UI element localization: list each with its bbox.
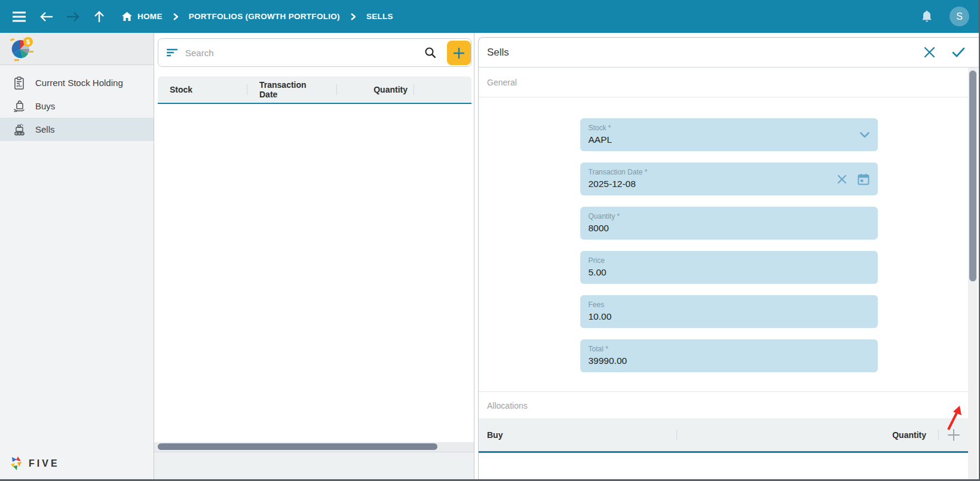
avatar-initial: S — [956, 11, 963, 22]
transaction-date-field-label: Transaction Date * — [589, 168, 869, 176]
detail-panel-area: Sells General Stock * AAPL — [474, 33, 979, 479]
hamburger-menu-icon[interactable] — [10, 7, 29, 26]
fees-field[interactable]: Fees 10.00 — [580, 295, 878, 328]
stock-field-value: AAPL — [589, 134, 869, 145]
add-record-button[interactable] — [447, 41, 471, 65]
vertical-scrollbar-thumb[interactable] — [969, 71, 976, 281]
sidebar-item-label: Current Stock Holding — [35, 78, 123, 88]
section-divider — [479, 391, 968, 392]
breadcrumb-sells-label: SELLS — [366, 12, 393, 21]
table-header-underline — [158, 103, 471, 104]
horizontal-scrollbar-thumb[interactable] — [158, 443, 437, 450]
add-allocation-button[interactable] — [939, 428, 968, 442]
allocations-table-header: Buy Quantity — [479, 418, 968, 451]
total-field[interactable]: Total * 39990.00 — [580, 339, 878, 372]
price-field[interactable]: Price 5.00 — [580, 251, 878, 284]
filter-icon[interactable] — [167, 48, 177, 57]
quantity-field-label: Quantity * — [589, 212, 869, 220]
register-coins-icon: $ $ $ — [12, 122, 26, 137]
column-header-stock[interactable]: Stock — [158, 85, 247, 94]
chevron-right-icon — [173, 13, 178, 20]
sells-form-card: Sells General Stock * AAPL — [478, 37, 979, 479]
detail-header: Sells — [479, 38, 979, 68]
breadcrumb-home-label: HOME — [137, 12, 163, 21]
search-input[interactable] — [185, 48, 424, 58]
pie-chart-logo-icon: $ — [10, 36, 35, 62]
sidebar-item-buys[interactable]: Buys — [0, 94, 154, 118]
allocations-column-quantity[interactable]: Quantity — [677, 430, 938, 440]
total-field-label: Total * — [589, 345, 869, 353]
fees-field-label: Fees — [589, 301, 869, 309]
close-icon[interactable] — [923, 46, 936, 59]
stock-field-label: Stock * — [589, 124, 869, 132]
price-field-label: Price — [589, 256, 869, 265]
column-divider — [414, 84, 414, 95]
save-check-icon[interactable] — [951, 46, 966, 59]
app-logo: $ — [0, 33, 154, 65]
clipboard-report-icon — [12, 76, 26, 90]
back-arrow-icon[interactable] — [37, 7, 56, 26]
column-header-quantity[interactable]: Quantity — [337, 85, 414, 94]
svg-text:$: $ — [26, 38, 30, 45]
breadcrumb-portfolios[interactable]: PORTFOLIOS (GROWTH PORTFOLIO) — [189, 12, 340, 21]
allocations-section-label: Allocations — [479, 401, 979, 410]
sidebar-item-label: Sells — [35, 124, 55, 134]
horizontal-scrollbar[interactable] — [154, 442, 474, 452]
top-bar: HOME PORTFOLIOS (GROWTH PORTFOLIO) SELLS… — [0, 0, 979, 33]
hand-bag-icon — [12, 99, 26, 114]
chevron-down-icon[interactable] — [860, 132, 869, 138]
list-table-header: Stock Transaction Date Quantity — [158, 76, 471, 103]
form-fields: Stock * AAPL Transaction Date * 2025-12-… — [580, 118, 878, 372]
column-header-transaction-date[interactable]: Transaction Date — [247, 80, 336, 99]
transaction-date-field[interactable]: Transaction Date * 2025-12-08 — [580, 163, 878, 195]
plus-icon — [453, 47, 465, 59]
allocations-column-buy[interactable]: Buy — [479, 430, 676, 440]
vertical-scrollbar[interactable] — [968, 68, 978, 479]
chevron-right-icon — [351, 13, 356, 20]
breadcrumb-portfolios-label: PORTFOLIOS (GROWTH PORTFOLIO) — [189, 12, 340, 21]
sidebar-item-label: Buys — [35, 101, 55, 111]
clear-date-icon[interactable] — [837, 174, 847, 184]
avatar[interactable]: S — [950, 7, 969, 26]
five-brand-text: FIVE — [29, 458, 60, 469]
general-section-label: General — [479, 68, 968, 97]
sidebar-menu: Current Stock Holding Buys $ $ $ Se — [0, 65, 154, 141]
price-field-value: 5.00 — [589, 267, 869, 278]
records-list-panel: Stock Transaction Date Quantity — [154, 33, 474, 479]
quantity-field-value: 8000 — [589, 223, 869, 234]
transaction-date-field-value: 2025-12-08 — [589, 179, 869, 189]
breadcrumb: HOME PORTFOLIOS (GROWTH PORTFOLIO) SELLS — [122, 12, 393, 21]
total-field-value: 39990.00 — [589, 356, 869, 366]
list-footer — [154, 452, 474, 479]
detail-title: Sells — [487, 47, 509, 59]
fees-field-value: 10.00 — [589, 311, 869, 322]
five-pinwheel-icon — [10, 456, 24, 471]
search-bar — [158, 38, 471, 67]
search-icon[interactable] — [424, 47, 436, 59]
sidebar-item-current-stock-holding[interactable]: Current Stock Holding — [0, 71, 154, 94]
allocations-header-underline — [479, 451, 968, 453]
plus-icon — [947, 428, 961, 442]
breadcrumb-sells[interactable]: SELLS — [366, 12, 393, 21]
app-window: HOME PORTFOLIOS (GROWTH PORTFOLIO) SELLS… — [0, 0, 980, 481]
sidebar-item-sells[interactable]: $ $ $ Sells — [0, 118, 154, 141]
stock-field[interactable]: Stock * AAPL — [580, 118, 878, 151]
up-arrow-icon[interactable] — [90, 7, 109, 26]
forward-arrow-icon — [63, 7, 82, 26]
notification-bell-icon[interactable] — [917, 7, 936, 26]
home-icon — [122, 12, 132, 21]
breadcrumb-home[interactable]: HOME — [122, 12, 163, 21]
five-brand-logo: FIVE — [10, 456, 60, 471]
quantity-field[interactable]: Quantity * 8000 — [580, 207, 878, 240]
sidebar: $ Current Stock Holding Buy — [0, 33, 154, 479]
calendar-icon[interactable] — [858, 173, 869, 185]
